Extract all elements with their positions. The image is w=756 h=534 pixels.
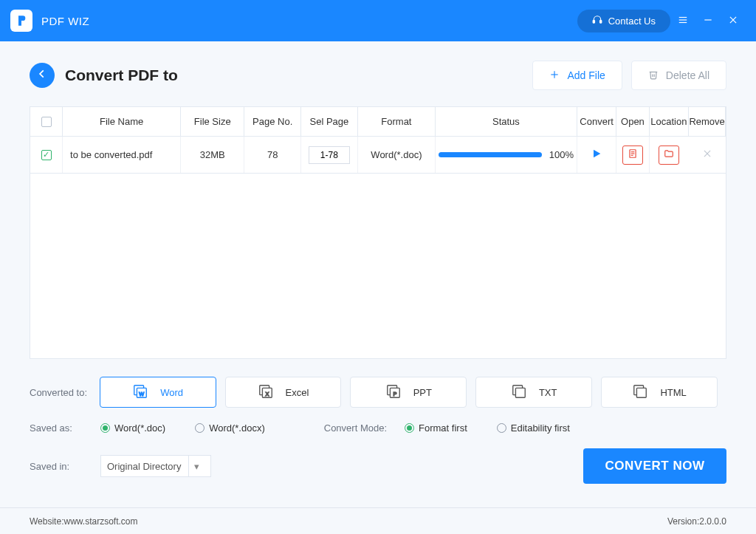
trash-icon (648, 69, 659, 82)
svg-rect-29 (637, 388, 647, 397)
radio-icon (195, 423, 205, 433)
close-button[interactable] (721, 8, 746, 33)
col-location: Location (650, 107, 690, 136)
progress: 100% (436, 149, 577, 160)
add-file-button[interactable]: Add File (532, 61, 622, 90)
add-file-label: Add File (567, 69, 605, 81)
remove-button[interactable] (697, 146, 718, 165)
contact-us-label: Contact Us (608, 16, 656, 27)
saved-in-label: Saved in: (30, 461, 100, 472)
titlebar: PDF WIZ Contact Us (0, 0, 756, 41)
converted-to-label: Converted to: (30, 387, 100, 398)
radio-icon (100, 423, 110, 433)
svg-marker-10 (594, 150, 600, 158)
col-name: File Name (63, 107, 181, 136)
delete-all-label: Delete All (666, 69, 709, 81)
open-location-button[interactable] (659, 146, 679, 165)
contact-us-button[interactable]: Contact Us (577, 10, 670, 32)
chevron-left-icon (37, 69, 47, 82)
play-icon (591, 151, 602, 162)
saved-in-value: Original Directory (107, 461, 181, 472)
close-icon (728, 13, 738, 29)
radio-icon (497, 423, 506, 433)
document-icon (628, 148, 638, 161)
open-file-button[interactable] (622, 146, 643, 165)
select-all-checkbox[interactable] (41, 117, 52, 127)
back-button[interactable] (30, 63, 55, 88)
headset-icon (592, 15, 602, 27)
table-row: ✓ to be converted.pdf 32MB 78 Word(*.doc… (30, 137, 726, 174)
website-link[interactable]: www.starzsoft.com (63, 516, 137, 527)
file-size: 32MB (181, 137, 244, 173)
col-size: File Size (181, 107, 244, 136)
excel-icon: X (258, 383, 274, 402)
svg-rect-1 (599, 20, 601, 22)
svg-rect-0 (593, 20, 594, 22)
svg-text:W: W (140, 390, 145, 397)
saved-in-dropdown[interactable]: Original Directory ▾ (100, 455, 211, 477)
hamburger-icon (678, 13, 688, 29)
html-icon (632, 383, 648, 402)
row-checkbox[interactable]: ✓ (41, 150, 52, 160)
convert-now-button[interactable]: CONVERT NOW (583, 448, 726, 484)
footer: Website: www.starzsoft.com Version: 2.0.… (0, 507, 756, 534)
convert-button[interactable] (591, 148, 602, 162)
mode-editability-first[interactable]: Editability first (497, 422, 570, 434)
svg-text:P: P (393, 390, 396, 397)
format-ppt[interactable]: P PPT (350, 377, 467, 408)
delete-all-button[interactable]: Delete All (631, 61, 726, 90)
svg-text:X: X (265, 390, 269, 397)
folder-icon (664, 148, 674, 161)
col-remove: Remove (689, 107, 726, 136)
chevron-down-icon: ▾ (188, 456, 205, 476)
menu-button[interactable] (670, 8, 695, 33)
col-pageno: Page No. (244, 107, 301, 136)
convert-mode-label: Convert Mode: (324, 422, 387, 434)
col-status: Status (436, 107, 577, 136)
word-icon: W (132, 383, 148, 402)
table-header: File Name File Size Page No. Sel Page Fo… (30, 107, 726, 137)
saved-as-doc[interactable]: Word(*.doc) (100, 422, 165, 434)
ppt-icon: P (385, 383, 402, 402)
minimize-button[interactable] (695, 8, 721, 33)
file-name: to be converted.pdf (63, 137, 181, 173)
col-open: Open (616, 107, 649, 136)
svg-rect-27 (515, 388, 525, 397)
app-logo (10, 10, 32, 32)
file-table: File Name File Size Page No. Sel Page Fo… (30, 106, 726, 359)
sel-page-input[interactable] (309, 146, 350, 164)
website-label: Website: (30, 516, 63, 527)
page-title: Convert PDF to (65, 66, 178, 84)
saved-as-label: Saved as: (30, 422, 100, 434)
col-convert: Convert (577, 107, 617, 136)
txt-icon (511, 383, 527, 402)
col-format: Format (358, 107, 436, 136)
saved-as-docx[interactable]: Word(*.docx) (195, 422, 265, 434)
radio-icon (405, 423, 414, 433)
row-format: Word(*.doc) (358, 137, 436, 173)
format-excel[interactable]: X Excel (225, 377, 342, 408)
version-value: 2.0.0.0 (699, 516, 726, 527)
progress-label: 100% (549, 149, 574, 160)
mode-format-first[interactable]: Format first (405, 422, 467, 434)
page-count: 78 (244, 137, 301, 173)
format-txt[interactable]: TXT (475, 377, 592, 408)
version-label: Version: (667, 516, 699, 527)
x-icon (702, 148, 712, 161)
col-selpage: Sel Page (301, 107, 358, 136)
format-word[interactable]: W Word (100, 377, 216, 408)
minimize-icon (703, 13, 713, 29)
app-title: PDF WIZ (41, 15, 89, 27)
plus-icon (549, 69, 560, 82)
format-html[interactable]: HTML (601, 377, 718, 408)
